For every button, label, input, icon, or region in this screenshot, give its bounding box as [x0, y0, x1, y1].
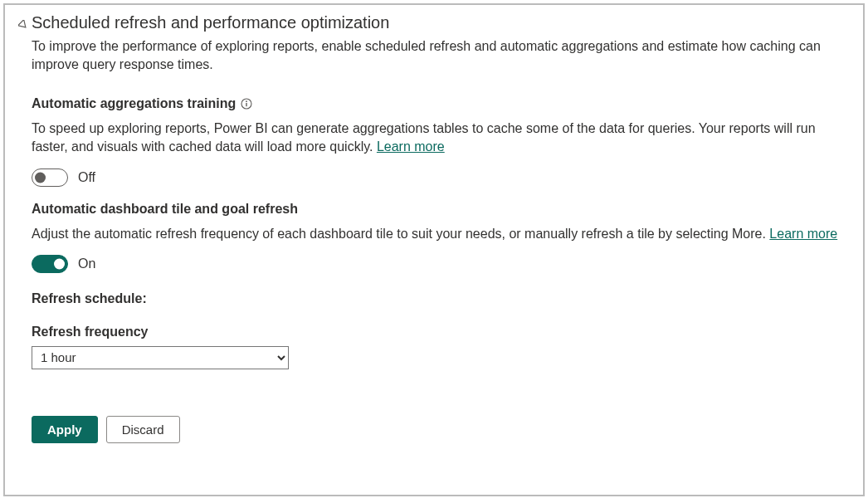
automatic-aggregations-title: Automatic aggregations training	[32, 96, 252, 111]
aggregations-title-text: Automatic aggregations training	[32, 96, 236, 111]
refresh-frequency-select[interactable]: 1 hour	[32, 346, 289, 369]
svg-point-1	[246, 100, 247, 102]
dashboard-refresh-toggle-label: On	[78, 256, 95, 271]
dashboard-refresh-title: Automatic dashboard tile and goal refres…	[32, 202, 298, 217]
aggregations-description: To speed up exploring reports, Power BI …	[32, 120, 850, 157]
settings-panel: Scheduled refresh and performance optimi…	[3, 3, 865, 496]
dashboard-refresh-toggle-row: On	[32, 255, 850, 273]
info-icon[interactable]	[241, 98, 252, 110]
expand-collapse-icon[interactable]	[18, 18, 28, 28]
aggregations-toggle[interactable]	[32, 168, 68, 187]
aggregations-toggle-row: Off	[32, 168, 850, 187]
aggregations-toggle-label: Off	[78, 170, 95, 185]
dashboard-refresh-description-text: Adjust the automatic refresh frequency o…	[32, 227, 769, 241]
automatic-aggregations-section: Automatic aggregations training To speed…	[32, 96, 850, 187]
button-row: Apply Discard	[32, 416, 850, 443]
apply-button[interactable]: Apply	[32, 416, 98, 443]
refresh-frequency-label: Refresh frequency	[32, 325, 850, 339]
discard-button[interactable]: Discard	[106, 416, 180, 443]
section-header[interactable]: Scheduled refresh and performance optimi…	[18, 13, 850, 32]
dashboard-refresh-learn-more-link[interactable]: Learn more	[769, 227, 837, 241]
section-description: To improve the performance of exploring …	[32, 37, 850, 75]
dashboard-refresh-section: Automatic dashboard tile and goal refres…	[32, 202, 850, 369]
dashboard-refresh-description: Adjust the automatic refresh frequency o…	[32, 225, 850, 243]
refresh-schedule-label: Refresh schedule:	[32, 291, 850, 306]
aggregations-learn-more-link[interactable]: Learn more	[377, 139, 445, 154]
svg-rect-2	[246, 103, 247, 106]
dashboard-refresh-toggle[interactable]	[32, 255, 68, 273]
section-title: Scheduled refresh and performance optimi…	[32, 13, 389, 32]
